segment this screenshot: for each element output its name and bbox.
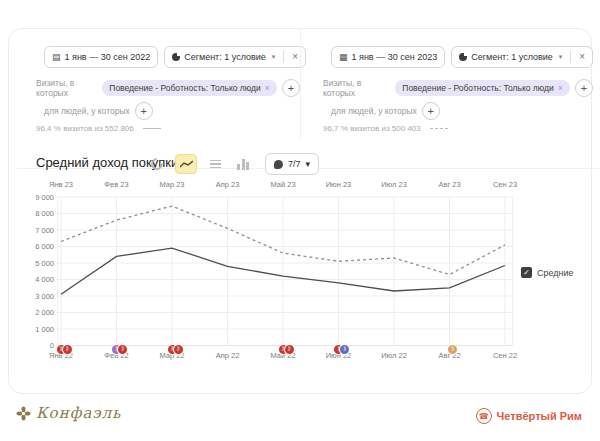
x-axis-top-tick: Май 23: [261, 180, 305, 189]
x-axis-top-tick: Июл 23: [372, 180, 416, 189]
close-icon[interactable]: ×: [292, 52, 298, 62]
series-style-sample-solid: [143, 128, 161, 129]
stacked-lines-icon: [210, 160, 221, 169]
add-people-condition-button[interactable]: +: [135, 102, 153, 120]
x-axis-top-tick: Янв 23: [39, 180, 83, 189]
chevron-down-icon[interactable]: ▾: [272, 53, 276, 61]
filter-panel-2022: ▤ 1 янв — 30 сен 2022 Сегмент: 1 условие…: [8, 28, 300, 140]
remove-condition-icon[interactable]: ×: [265, 84, 270, 93]
close-icon[interactable]: ×: [579, 52, 585, 62]
divider: [570, 51, 571, 63]
series-style-sample-dashed: [430, 128, 448, 129]
y-axis-tick: 2 000: [20, 308, 54, 317]
phone-icon: ☎: [476, 408, 492, 424]
line-chart[interactable]: [57, 190, 513, 352]
y-axis-tick: 4 000: [20, 275, 54, 284]
legend-label: Средние: [537, 268, 574, 278]
y-axis-tick: 7 000: [20, 226, 54, 235]
y-axis-tick: 3 000: [20, 292, 54, 301]
annotation-marker[interactable]: )): [118, 345, 127, 354]
brand-logo-konfael: Конфаэль: [16, 404, 121, 422]
visits-stats-text: 96,4 % визитов из 552 806: [36, 124, 134, 133]
filter-panel-2023: ▦ 1 янв — 30 сен 2023 Сегмент: 1 условие…: [300, 28, 593, 140]
annotation-marker-group: )))): [168, 345, 183, 354]
annotation-marker[interactable]: )): [285, 345, 294, 354]
segment-label: Сегмент: 1 условие: [471, 52, 553, 62]
annotation-marker-group: )))): [112, 345, 127, 354]
column-view-button[interactable]: [233, 155, 253, 173]
x-axis-top-tick: Июн 23: [317, 180, 361, 189]
chevron-down-icon[interactable]: ▾: [559, 53, 563, 61]
condition-pill-label: Поведение - Роботность: Только люди: [402, 83, 553, 93]
segment-label: Сегмент: 1 условие: [184, 52, 266, 62]
legend-checkbox[interactable]: ✓: [521, 267, 532, 278]
chart-toolbar: 7/7 ▾: [147, 153, 319, 175]
condition-pill-2023[interactable]: Поведение - Роботность: Только люди ×: [395, 80, 570, 96]
x-axis-top-tick: Фев 23: [95, 180, 139, 189]
x-axis-top-tick: Авг 23: [428, 180, 472, 189]
brand-logo-chetvertyi-rim: ☎ Четвёртый Рим: [476, 408, 582, 424]
date-range-icon: ▦: [339, 53, 348, 62]
visits-stats-text: 96,7 % визитов из 500 403: [323, 124, 421, 133]
visits-condition-label: Визиты, в которых: [323, 78, 390, 98]
filters-section: ▤ 1 янв — 30 сен 2022 Сегмент: 1 условие…: [8, 28, 592, 141]
brand-left-name: Конфаэль: [36, 404, 121, 422]
chevron-down-icon[interactable]: ▾: [306, 159, 311, 169]
legend: ✓ Средние: [521, 267, 574, 278]
segment-chip-2022[interactable]: Сегмент: 1 условие ▾ ×: [164, 46, 306, 68]
visits-condition-label: Визиты, в которых: [36, 78, 97, 98]
pie-view-button[interactable]: [147, 155, 167, 173]
bar-chart-icon: [237, 159, 249, 170]
annotation-marker[interactable]: )): [448, 345, 457, 354]
brand-right-name: Четвёртый Рим: [497, 410, 582, 422]
y-axis-tick: 8 000: [20, 209, 54, 218]
donut-icon: [149, 156, 166, 173]
annotation-marker[interactable]: )): [174, 345, 183, 354]
segment-chip-2023[interactable]: Сегмент: 1 условие ▾ ×: [451, 46, 593, 68]
annotation-marker-group: )): [448, 345, 457, 354]
divider: [283, 51, 284, 63]
add-visit-condition-button[interactable]: +: [575, 79, 593, 97]
people-condition-label: для людей, у которых: [331, 106, 417, 116]
y-axis-tick: 5 000: [20, 259, 54, 268]
x-axis-bottom-tick: Июл 22: [372, 351, 416, 360]
line-view-button[interactable]: [175, 154, 197, 174]
people-condition-label: для людей, у которых: [44, 106, 130, 116]
x-axis-top-tick: Сен 23: [483, 180, 527, 189]
date-range-chip-2023[interactable]: ▦ 1 янв — 30 сен 2023: [331, 46, 445, 68]
annotation-marker[interactable]: )): [63, 345, 72, 354]
line-chart-icon: [180, 160, 193, 169]
add-people-condition-button[interactable]: +: [422, 102, 440, 120]
flower-emblem-icon: [16, 406, 31, 421]
add-visit-condition-button[interactable]: +: [282, 79, 300, 97]
date-range-chip-2022[interactable]: ▤ 1 янв — 30 сен 2022: [44, 46, 158, 68]
segment-icon: [459, 53, 467, 61]
annotations-dropdown[interactable]: 7/7 ▾: [265, 153, 319, 175]
annotations-count: 7/7: [288, 159, 301, 169]
x-axis-top-tick: Мар 23: [150, 180, 194, 189]
y-axis-tick: 9 000: [20, 193, 54, 202]
date-range-label: 1 янв — 30 сен 2023: [352, 52, 438, 62]
annotation-marker-group: )))): [279, 345, 294, 354]
condition-pill-label: Поведение - Роботность: Только люди: [109, 83, 260, 93]
area-view-button[interactable]: [205, 155, 225, 173]
x-axis-top-tick: Апр 23: [206, 180, 250, 189]
x-axis-bottom-tick: Апр 22: [206, 351, 250, 360]
x-axis-bottom-tick: Сен 22: [483, 351, 527, 360]
y-axis-tick: 1 000: [20, 325, 54, 334]
y-axis-tick: 6 000: [20, 242, 54, 251]
condition-pill-2022[interactable]: Поведение - Роботность: Только люди ×: [102, 80, 277, 96]
date-range-icon: ▤: [52, 53, 61, 62]
comment-icon: [274, 160, 283, 169]
date-range-label: 1 янв — 30 сен 2022: [65, 52, 151, 62]
annotation-marker[interactable]: )): [340, 345, 349, 354]
y-axis-tick: 0: [20, 341, 54, 350]
annotation-marker-group: )))): [334, 345, 349, 354]
annotation-marker-group: )))): [57, 345, 72, 354]
remove-condition-icon[interactable]: ×: [558, 84, 563, 93]
segment-icon: [172, 53, 180, 61]
